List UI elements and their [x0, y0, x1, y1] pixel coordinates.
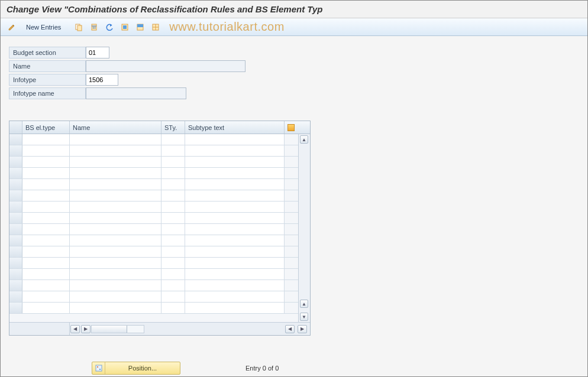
table-row[interactable]	[9, 157, 298, 168]
scroll-right-icon[interactable]: ▶	[81, 325, 91, 333]
watermark-text: www.tutorialkart.com	[169, 20, 285, 34]
table-row[interactable]	[9, 168, 298, 179]
infotype-name-input	[86, 87, 186, 99]
svg-rect-15	[99, 369, 101, 370]
table-row[interactable]	[9, 145, 298, 157]
table-row[interactable]	[9, 213, 298, 224]
name-input	[86, 60, 245, 72]
table-row[interactable]	[9, 134, 298, 145]
grid-col-bs-eltype[interactable]: BS el.type	[22, 121, 70, 134]
table-row[interactable]	[9, 202, 298, 213]
table-row[interactable]	[9, 235, 298, 246]
table-row[interactable]	[9, 258, 298, 269]
copy-as-icon[interactable]	[72, 21, 85, 33]
infotype-input[interactable]	[86, 74, 118, 86]
svg-rect-13	[96, 365, 102, 371]
position-button[interactable]: Position...	[92, 362, 180, 375]
infotype-name-label: Infotype name	[9, 87, 86, 99]
table-row[interactable]	[9, 303, 298, 314]
table-row[interactable]	[9, 269, 298, 280]
grid-footer: ◀ ▶ ◀ ▶	[9, 322, 310, 335]
svg-rect-5	[95, 27, 95, 29]
entry-count-text: Entry 0 of 0	[245, 365, 279, 372]
table-row[interactable]	[9, 291, 298, 303]
svg-rect-4	[93, 27, 93, 29]
table-row[interactable]	[9, 246, 298, 258]
position-icon	[92, 362, 105, 374]
deselect-all-icon[interactable]	[149, 21, 162, 33]
window-title: Change View "Combinations of Reclassific…	[1, 1, 587, 18]
undo-change-icon[interactable]	[103, 21, 116, 33]
table-row[interactable]	[9, 224, 298, 235]
infotype-label: Infotype	[9, 74, 86, 86]
grid-rows	[9, 134, 298, 322]
scroll-left2-icon[interactable]: ◀	[285, 325, 295, 333]
vertical-scrollbar[interactable]: ▲ ▲ ▼	[298, 134, 310, 322]
svg-rect-7	[123, 25, 127, 29]
select-block-icon[interactable]	[134, 21, 147, 33]
svg-rect-9	[137, 24, 143, 27]
grid-col-name[interactable]: Name	[70, 121, 161, 134]
select-all-icon[interactable]	[118, 21, 131, 33]
position-button-label: Position...	[105, 365, 180, 372]
table-row[interactable]	[9, 280, 298, 291]
toolbar: New Entries www.tutorialkart.com	[1, 18, 587, 36]
table-row[interactable]	[9, 179, 298, 190]
svg-rect-1	[77, 25, 82, 31]
budget-section-input[interactable]	[86, 47, 109, 58]
grid-select-all-header[interactable]	[9, 121, 22, 134]
grid-configure-icon[interactable]	[285, 121, 298, 134]
scroll-up-icon[interactable]: ▲	[300, 135, 308, 144]
horizontal-scrollbar[interactable]	[91, 325, 144, 333]
delete-icon[interactable]	[88, 21, 101, 33]
svg-rect-14	[97, 366, 98, 368]
scroll-right2-icon[interactable]: ▶	[298, 325, 307, 333]
data-grid: BS el.type Name STy. Subtype text	[9, 121, 311, 336]
scroll-down2-icon[interactable]: ▼	[300, 313, 308, 321]
table-row[interactable]	[9, 190, 298, 202]
svg-rect-2	[92, 24, 96, 30]
scroll-left-icon[interactable]: ◀	[70, 325, 80, 333]
grid-col-sty[interactable]: STy.	[161, 121, 185, 134]
name-label: Name	[9, 60, 86, 72]
scroll-down-icon[interactable]: ▲	[300, 300, 308, 308]
budget-section-label: Budget section	[9, 47, 86, 58]
grid-col-subtype-text[interactable]: Subtype text	[185, 121, 285, 134]
content-area: Budget section Name Infotype Infotype na…	[1, 36, 587, 377]
new-entries-button[interactable]: New Entries	[21, 22, 66, 32]
grid-header: BS el.type Name STy. Subtype text	[9, 121, 310, 134]
toggle-display-change-icon[interactable]	[5, 21, 18, 33]
